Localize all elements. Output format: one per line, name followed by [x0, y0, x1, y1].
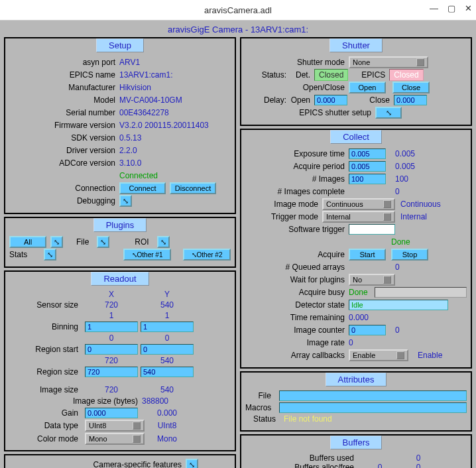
camera-features-menu[interactable]: ⤡	[186, 459, 198, 468]
attr-file-label: File	[245, 391, 275, 400]
acquire-busy-label: Acquire busy	[245, 288, 349, 297]
binning-x-input[interactable]: 1	[85, 322, 138, 332]
attributes-header: Attributes	[326, 373, 387, 386]
image-rate-value: 0	[349, 338, 353, 347]
plugins-all-menu[interactable]: ⤡	[50, 236, 63, 248]
wait-plugins-select[interactable]: No	[349, 274, 395, 286]
data-type-label: Data type	[9, 421, 82, 430]
region-size-y-rbv: 540	[141, 356, 194, 365]
start-button[interactable]: Start	[349, 249, 386, 261]
sensor-x: 720	[85, 300, 138, 310]
wait-plugins-label: Wait for plugins	[245, 275, 349, 284]
shutter-close-button[interactable]: Close	[392, 82, 430, 93]
title-bar: aravisCamera.adl — ▢ ✕	[0, 0, 476, 21]
driver-label: Driver version	[9, 146, 119, 155]
readout-header: Readout	[91, 272, 149, 286]
sensor-size-label: Sensor size	[9, 300, 82, 310]
plugins-stats-label: Stats	[9, 250, 40, 259]
data-type-select[interactable]: UInt8	[85, 420, 145, 432]
buffers-header: Buffers	[330, 436, 383, 449]
image-mode-select[interactable]: Continuous	[322, 198, 395, 210]
ncomplete-label: # Images complete	[245, 187, 349, 196]
plugins-stats-menu[interactable]: ⤡	[44, 249, 56, 261]
array-callbacks-label: Array callbacks	[245, 351, 349, 360]
disconnect-button[interactable]: Disconnect	[170, 182, 216, 194]
page-subtitle: aravisGigE Camera - 13ARV1:cam1:	[4, 25, 472, 34]
connect-button[interactable]: Connect	[119, 182, 166, 194]
epics-name-value: 13ARV1:cam1:	[119, 70, 173, 80]
x-header: X	[85, 290, 138, 299]
buffers-panel: Buffers Buffers used0 Buffers alloc/free…	[240, 434, 472, 468]
plugins-all-button[interactable]: All	[9, 236, 46, 248]
detector-state-label: Detector state	[245, 300, 349, 310]
connection-label: Connection	[9, 184, 119, 193]
collect-panel: Collect Exposure time0.0050.005 Acquire …	[240, 129, 472, 369]
maximize-icon[interactable]: ▢	[447, 3, 455, 13]
image-mode-label: Image mode	[245, 200, 322, 209]
period-rbv: 0.005	[395, 162, 415, 171]
attr-file-input[interactable]	[279, 390, 467, 401]
region-start-y-input[interactable]: 0	[141, 344, 194, 355]
attr-macros-input[interactable]	[279, 402, 467, 413]
stop-button[interactable]: Stop	[391, 249, 428, 261]
region-start-label: Region start	[9, 345, 82, 354]
software-trigger-input[interactable]	[349, 224, 395, 235]
setup-header: Setup	[96, 38, 144, 52]
plugins-other2-button[interactable]: ⤡Other #2	[183, 249, 231, 261]
queued-value: 0	[395, 263, 400, 272]
sensor-y: 540	[141, 300, 194, 310]
array-callbacks-rbv: Enable	[418, 351, 442, 360]
gain-label: Gain	[9, 408, 82, 418]
image-size-label: Image size	[9, 385, 82, 394]
attr-status-value: File not found	[284, 414, 332, 424]
shutter-open-button[interactable]: Open	[349, 82, 386, 93]
binning-label: Binning	[9, 322, 82, 331]
epics-shutter-setup-menu[interactable]: ⤡	[375, 107, 402, 119]
binning-y-rbv: 1	[141, 311, 194, 320]
ncomplete-value: 0	[395, 187, 400, 196]
region-start-x-input[interactable]: 0	[85, 344, 138, 355]
gain-input[interactable]: 0.000	[85, 408, 138, 418]
buffers-used-label: Buffers used	[245, 453, 358, 463]
color-mode-select[interactable]: Mono	[85, 433, 145, 445]
nimages-input[interactable]: 100	[349, 174, 386, 184]
debugging-label: Debugging	[9, 196, 119, 205]
debugging-menu-button[interactable]: ⤡	[119, 195, 132, 207]
time-remaining-label: Time remaining	[245, 313, 349, 322]
region-size-x-input[interactable]: 720	[85, 367, 138, 377]
buffers-used-value: 0	[402, 453, 435, 463]
minimize-icon[interactable]: —	[430, 3, 438, 13]
firmware-label: Firmware version	[9, 121, 119, 130]
plugins-roi-menu[interactable]: ⤡	[157, 236, 170, 248]
manufacturer-value: Hikvision	[119, 83, 151, 92]
binning-y-input[interactable]: 1	[141, 322, 194, 332]
buffers-free-value: 0	[402, 463, 435, 468]
shutter-det-status: Closed	[314, 69, 348, 81]
plugins-file-label: File	[76, 237, 93, 247]
chevron-down-icon	[383, 213, 391, 221]
data-type-rbv: UInt8	[141, 421, 194, 430]
image-counter-label: Image counter	[245, 325, 349, 335]
delay-close-input[interactable]: 0.000	[394, 95, 427, 105]
trigger-mode-select[interactable]: Internal	[322, 211, 395, 223]
connected-status: Connected	[119, 171, 158, 180]
region-start-y-rbv: 0	[141, 333, 194, 343]
region-size-x-rbv: 720	[85, 356, 138, 365]
region-size-y-input[interactable]: 540	[141, 367, 194, 377]
period-input[interactable]: 0.005	[349, 161, 386, 172]
plugins-file-menu[interactable]: ⤡	[97, 236, 109, 248]
exposure-input[interactable]: 0.005	[349, 148, 386, 159]
gain-rbv: 0.000	[141, 408, 194, 418]
shutter-det-label: Det.	[290, 70, 314, 80]
delay-open-input[interactable]: 0.000	[314, 95, 347, 105]
plugins-roi-label: ROI	[135, 237, 152, 247]
image-bytes-label: Image size (bytes)	[9, 396, 142, 406]
shutter-mode-select[interactable]: None	[349, 56, 428, 68]
camera-features-label: Camera-specific features	[9, 460, 186, 468]
image-counter-input[interactable]: 0	[349, 325, 386, 335]
close-icon[interactable]: ✕	[465, 3, 472, 13]
plugins-other1-button[interactable]: ⤡Other #1	[123, 249, 171, 261]
array-callbacks-select[interactable]: Enable	[349, 349, 408, 361]
trigger-mode-rbv: Internal	[400, 212, 427, 221]
buffers-alloc-label: Buffers alloc/free	[245, 463, 358, 468]
